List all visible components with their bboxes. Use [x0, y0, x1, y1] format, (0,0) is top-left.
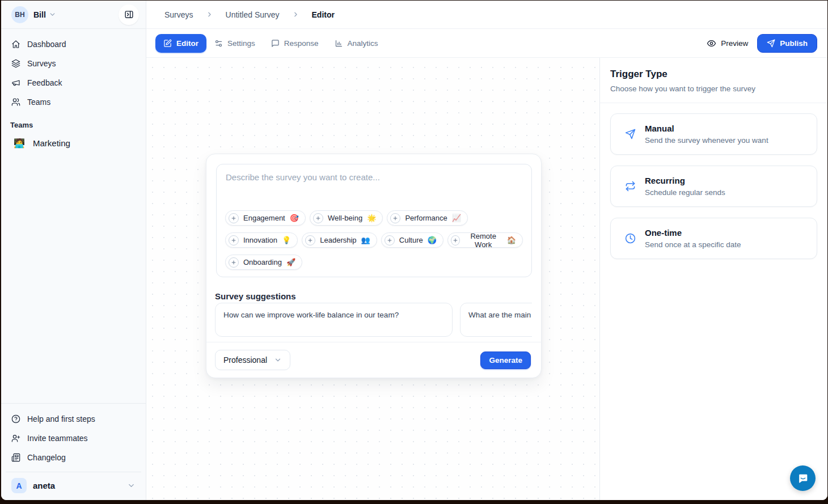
- chat-launcher-button[interactable]: [790, 465, 816, 491]
- tab-analytics[interactable]: Analytics: [327, 34, 386, 53]
- survey-description-input[interactable]: [217, 164, 531, 202]
- sidebar-item-label: Changelog: [27, 453, 66, 462]
- trigger-option-recurring[interactable]: Recurring Schedule regular sends: [610, 166, 817, 207]
- sidebar-item-changelog[interactable]: Changelog: [6, 448, 141, 467]
- trigger-panel-header: Trigger Type Choose how you want to trig…: [600, 58, 827, 103]
- house-emoji-icon: 🏠: [507, 236, 516, 244]
- sidebar-nav: Dashboard Surveys Feedback Teams: [1, 29, 146, 112]
- dart-emoji-icon: 🎯: [290, 214, 299, 222]
- panel-right-icon: [124, 10, 134, 19]
- tab-editor[interactable]: Editor: [155, 34, 206, 53]
- breadcrumb-untitled-survey[interactable]: Untitled Survey: [226, 10, 280, 19]
- topic-chip-leadership[interactable]: Leadership 👥: [302, 232, 377, 248]
- toolbar-right: Preview Publish: [707, 34, 817, 53]
- trigger-option-description: Send once at a specific date: [645, 240, 741, 249]
- sidebar-item-teams[interactable]: Teams: [6, 92, 141, 112]
- plus-icon: [229, 235, 239, 245]
- account-menu[interactable]: A aneta: [6, 472, 141, 500]
- sidebar-item-label: Feedback: [27, 78, 62, 87]
- trigger-option-title: One-time: [645, 228, 741, 238]
- sidebar-item-dashboard[interactable]: Dashboard: [6, 35, 141, 54]
- publish-button[interactable]: Publish: [757, 34, 817, 53]
- publish-label: Publish: [780, 39, 808, 48]
- sidebar-item-surveys[interactable]: Surveys: [6, 54, 141, 73]
- technologist-emoji-icon: 🧑‍💻: [14, 138, 25, 149]
- topic-chip-remote-work[interactable]: Remote Work 🏠: [447, 232, 523, 248]
- globe-emoji-icon: 🌍: [428, 236, 437, 244]
- team-item-label: Marketing: [33, 138, 70, 148]
- trigger-option-text: Manual Send the survey whenever you want: [645, 124, 768, 145]
- chip-label: Leadership: [320, 236, 356, 244]
- trigger-option-description: Schedule regular sends: [645, 188, 725, 197]
- sidebar-item-feedback[interactable]: Feedback: [6, 73, 141, 92]
- workspace-name[interactable]: Bill: [33, 10, 46, 19]
- breadcrumb-editor: Editor: [312, 10, 335, 19]
- collapse-sidebar-button[interactable]: [119, 5, 139, 25]
- sidebar-item-invite[interactable]: Invite teammates: [6, 429, 141, 448]
- teams-section-label: Teams: [1, 112, 146, 133]
- topic-chips: Engagement 🎯 Well-being 🌟: [217, 210, 531, 277]
- chevron-down-icon: [49, 11, 56, 18]
- chip-label: Remote Work: [464, 232, 502, 249]
- tone-select[interactable]: Professional: [215, 350, 290, 370]
- workspace-header: BH Bill: [1, 1, 146, 29]
- chip-label: Well-being: [328, 214, 362, 222]
- busts-emoji-icon: 👥: [361, 236, 370, 244]
- trigger-option-one-time[interactable]: One-time Send once at a specific date: [610, 218, 817, 259]
- tone-value: Professional: [223, 355, 267, 365]
- chevron-right-icon: [206, 11, 213, 18]
- plus-icon: [313, 213, 323, 223]
- tab-label: Response: [284, 39, 319, 48]
- circle-help-icon: [11, 414, 20, 423]
- tab-label: Editor: [176, 39, 198, 48]
- tab-label: Analytics: [348, 39, 378, 48]
- panel-subtitle: Choose how you want to trigger the surve…: [610, 84, 817, 93]
- preview-button[interactable]: Preview: [707, 39, 748, 48]
- topic-chip-onboarding[interactable]: Onboarding 🚀: [225, 255, 302, 270]
- suggestion-card[interactable]: How can we improve work-life balance in …: [215, 303, 453, 337]
- prompt-box: Engagement 🎯 Well-being 🌟: [216, 164, 532, 277]
- bar-chart-icon: [335, 39, 343, 48]
- tab-settings[interactable]: Settings: [206, 34, 263, 53]
- suggestion-card[interactable]: What are the main ob: [460, 303, 532, 337]
- suggestions-title: Survey suggestions: [215, 291, 296, 301]
- chip-row: Innovation 💡 Leadership 👥: [225, 232, 523, 248]
- composer-footer: Professional Generate: [206, 342, 541, 378]
- chat-bubble-icon: [797, 472, 809, 485]
- editor-canvas[interactable]: Engagement 🎯 Well-being 🌟: [146, 58, 599, 500]
- trigger-option-description: Send the survey whenever you want: [645, 136, 768, 145]
- megaphone-icon: [11, 78, 20, 87]
- square-pen-icon: [163, 39, 172, 48]
- tab-response[interactable]: Response: [263, 34, 327, 53]
- layers-icon: [11, 59, 20, 68]
- chip-row: Onboarding 🚀: [225, 255, 523, 270]
- account-avatar: A: [11, 478, 27, 493]
- breadcrumb-surveys[interactable]: Surveys: [164, 10, 193, 19]
- trigger-option-manual[interactable]: Manual Send the survey whenever you want: [610, 113, 817, 155]
- trigger-option-text: Recurring Schedule regular sends: [645, 176, 725, 197]
- trigger-options: Manual Send the survey whenever you want…: [600, 103, 827, 269]
- topic-chip-innovation[interactable]: Innovation 💡: [225, 232, 298, 248]
- plus-icon: [451, 235, 460, 245]
- send-icon: [625, 129, 636, 139]
- suggestion-text: How can we improve work-life balance in …: [223, 311, 399, 319]
- chip-label: Performance: [405, 214, 447, 222]
- app-window: BH Bill Dashboard Surv: [1, 1, 827, 500]
- suggestion-text: What are the main ob: [468, 311, 532, 319]
- workspace-avatar[interactable]: BH: [11, 6, 28, 23]
- topic-chip-culture[interactable]: Culture 🌍: [381, 232, 443, 248]
- topic-chip-well-being[interactable]: Well-being 🌟: [310, 210, 383, 226]
- chart-emoji-icon: 📈: [452, 214, 461, 222]
- rocket-emoji-icon: 🚀: [286, 258, 295, 266]
- generate-button[interactable]: Generate: [480, 351, 531, 369]
- users-icon: [11, 98, 20, 107]
- sidebar: BH Bill Dashboard Surv: [1, 1, 146, 500]
- trigger-option-title: Recurring: [645, 176, 725, 185]
- topic-chip-performance[interactable]: Performance 📈: [387, 210, 468, 226]
- trigger-option-title: Manual: [645, 124, 768, 133]
- trigger-option-text: One-time Send once at a specific date: [645, 228, 741, 249]
- sidebar-item-label: Teams: [27, 98, 50, 107]
- topic-chip-engagement[interactable]: Engagement 🎯: [225, 210, 306, 226]
- sidebar-item-help[interactable]: Help and first steps: [6, 409, 141, 429]
- sidebar-item-marketing[interactable]: 🧑‍💻 Marketing: [6, 133, 141, 153]
